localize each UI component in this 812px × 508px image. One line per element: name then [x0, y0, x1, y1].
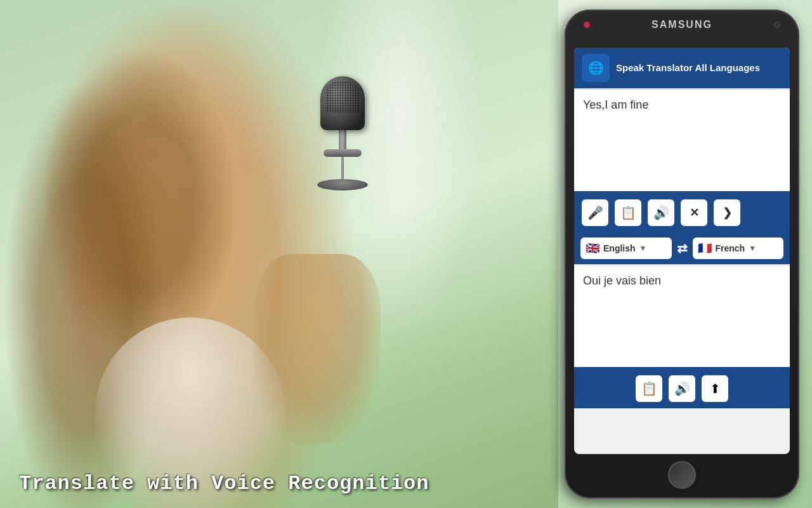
- app-title: Speak Translator All Languages: [616, 62, 760, 74]
- copy2-icon: 📋: [641, 381, 657, 396]
- speaker2-button[interactable]: 🔊: [667, 374, 697, 403]
- microphone-illustration: [317, 76, 368, 190]
- input-section[interactable]: Yes,I am fine: [574, 90, 790, 191]
- mic-neck: [339, 130, 346, 149]
- phone-brand: SAMSUNG: [652, 19, 712, 30]
- action-buttons-row: 🎤 📋 🔊 ✕ ❯: [574, 193, 790, 232]
- speaker2-icon: 🔊: [674, 381, 690, 396]
- copy2-button[interactable]: 📋: [634, 374, 664, 403]
- input-text: Yes,I am fine: [583, 98, 781, 112]
- phone-body: SAMSUNG 🌐 Speak Translator All Languages…: [565, 10, 799, 498]
- camera-dot-left: [584, 22, 590, 28]
- share-button[interactable]: ⬆: [700, 374, 730, 403]
- speaker-icon: 🔊: [653, 205, 669, 220]
- source-language-selector[interactable]: 🇬🇧 English ▼: [580, 237, 672, 259]
- target-dropdown-arrow: ▼: [749, 244, 756, 253]
- mic-head: [320, 76, 365, 130]
- phone-top-bar: SAMSUNG: [565, 19, 799, 30]
- share-icon: ⬆: [710, 381, 721, 396]
- source-language-label: English: [603, 243, 636, 253]
- bottom-action-buttons-row: 📋 🔊 ⬆: [574, 369, 790, 408]
- background-photo: [0, 0, 558, 508]
- copy-button[interactable]: 📋: [613, 198, 643, 227]
- source-dropdown-arrow: ▼: [639, 244, 647, 253]
- language-selector-row: 🇬🇧 English ▼ ⇄ 🇫🇷 French ▼: [574, 232, 790, 264]
- forward-icon: ❯: [723, 206, 732, 220]
- mic-foot: [317, 179, 368, 190]
- mic-base: [324, 149, 362, 157]
- output-section[interactable]: Oui je vais bien: [574, 265, 790, 367]
- forward-button[interactable]: ❯: [712, 198, 742, 227]
- target-language-selector[interactable]: 🇫🇷 French ▼: [693, 237, 784, 259]
- home-button[interactable]: [668, 461, 696, 489]
- phone-bottom-bar: [565, 461, 799, 489]
- mic-stand: [341, 157, 344, 179]
- copy-icon: 📋: [620, 205, 636, 220]
- clear-button[interactable]: ✕: [679, 198, 709, 227]
- target-language-label: French: [716, 243, 745, 253]
- tagline: Translate with Voice Recognition: [19, 472, 429, 495]
- app-icon: 🌐: [582, 54, 610, 82]
- phone-screen: 🌐 Speak Translator All Languages Yes,I a…: [574, 48, 790, 454]
- app-header: 🌐 Speak Translator All Languages: [574, 48, 790, 88]
- source-flag: 🇬🇧: [586, 241, 599, 255]
- output-text: Oui je vais bien: [583, 274, 781, 288]
- mic-button[interactable]: 🎤: [580, 198, 610, 227]
- speaker-button[interactable]: 🔊: [646, 198, 676, 227]
- camera-dot-right: [774, 22, 780, 28]
- target-flag: 🇫🇷: [698, 241, 712, 255]
- app-icon-symbol: 🌐: [588, 60, 604, 76]
- phone-device: SAMSUNG 🌐 Speak Translator All Languages…: [565, 10, 799, 498]
- mic-icon: 🎤: [587, 205, 603, 220]
- swap-languages-button[interactable]: ⇄: [677, 241, 688, 256]
- close-icon: ✕: [690, 206, 699, 220]
